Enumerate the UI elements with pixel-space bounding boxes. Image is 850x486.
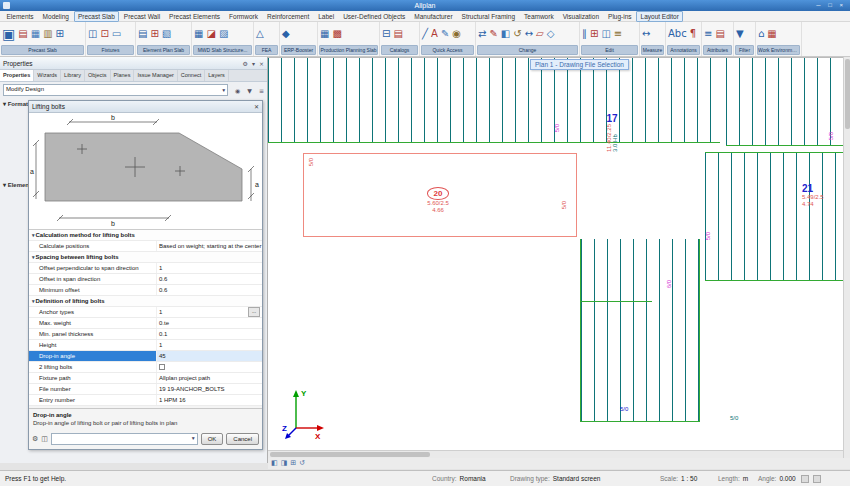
ribbon-icon[interactable]: ↔ <box>525 29 533 39</box>
property-value[interactable]: 0.1 <box>157 329 262 339</box>
property-row-drop-in-angle[interactable]: Drop-in angle45 <box>29 351 262 362</box>
status-scale[interactable]: Scale:1 : 50 <box>660 471 697 486</box>
menu-formwork[interactable]: Formwork <box>225 11 263 22</box>
ribbon-icon[interactable]: ✎ <box>489 29 497 39</box>
ribbon-icon[interactable]: ▧ <box>162 29 171 39</box>
ribbon-icon[interactable]: ▤ <box>715 29 724 39</box>
property-row-file-number[interactable]: File number19 19-ANCHOR_BOLTS <box>29 384 262 395</box>
ribbon-icon[interactable]: ⊞ <box>590 29 598 39</box>
property-row-minimum-offset[interactable]: Minimum offset0.6 <box>29 285 262 296</box>
filter-icon[interactable]: ▼ <box>247 87 252 94</box>
ribbon-icon[interactable]: ↺ <box>513 29 521 39</box>
palette-tab-connect[interactable]: Connect <box>178 70 206 81</box>
property-group-header[interactable]: ▾Calculation method for lifting bolts <box>29 230 262 241</box>
property-row-height[interactable]: Height1 <box>29 340 262 351</box>
property-value[interactable]: 45 <box>157 351 262 361</box>
gear-icon[interactable]: ⚙ <box>32 435 38 443</box>
scrollbar-thumb[interactable] <box>270 452 430 457</box>
ribbon-icon[interactable]: ✎ <box>441 29 449 39</box>
zoom-icon[interactable]: ⊞ <box>290 460 296 467</box>
browse-button[interactable]: ... <box>248 307 260 317</box>
element-section-header[interactable]: ▾ Element <box>3 181 31 188</box>
property-value[interactable]: 0.te <box>157 318 262 328</box>
palette-tab-wizards[interactable]: Wizards <box>34 70 61 81</box>
ribbon-icon[interactable]: ▱ <box>536 29 544 39</box>
gear-icon[interactable]: ⚙ <box>243 60 248 67</box>
ribbon-icon[interactable]: A <box>431 29 438 39</box>
window-controls[interactable]: ─ □ × <box>816 0 846 11</box>
property-value[interactable]: Based on weight; starting at the center … <box>157 241 262 251</box>
ribbon-icon[interactable]: ▨ <box>219 29 228 39</box>
menu-plug-ins[interactable]: Plug-ins <box>604 11 636 22</box>
view-icon[interactable]: ◨ <box>281 460 288 467</box>
ribbon-icon[interactable]: ╱ <box>422 29 428 39</box>
menu-teamwork[interactable]: Teamwork <box>520 11 559 22</box>
property-row-max-weight[interactable]: Max. weight0.te <box>29 318 262 329</box>
property-value[interactable]: 19 19-ANCHOR_BOLTS <box>157 384 262 394</box>
menu-structural-framing[interactable]: Structural Framing <box>457 11 519 22</box>
property-group-header[interactable]: ▾Definition of lifting bolts <box>29 296 262 307</box>
palette-tab-properties[interactable]: Properties <box>0 70 34 81</box>
ribbon-icon[interactable]: ▭ <box>112 29 121 39</box>
menu-precast-slab[interactable]: Precast Slab <box>74 11 120 22</box>
ribbon-icon[interactable]: ⊞ <box>150 29 158 39</box>
property-value[interactable]: 1 <box>157 263 262 273</box>
cancel-button[interactable]: Cancel <box>226 433 259 445</box>
status-length[interactable]: Length:m <box>718 471 748 486</box>
ribbon-icon[interactable]: ▤ <box>18 29 27 39</box>
palette-tab-layers[interactable]: Layers <box>205 70 229 81</box>
dialog-titlebar[interactable]: Lifting bolts ✕ <box>29 101 262 113</box>
horizontal-scrollbar[interactable] <box>268 450 843 458</box>
menu-manufacturer[interactable]: Manufacturer <box>410 11 457 22</box>
property-value[interactable]: 1... <box>157 307 262 317</box>
favorite-dropdown[interactable]: ▼ <box>51 433 198 445</box>
ribbon-icon[interactable]: ↔ <box>642 29 650 39</box>
ribbon-icon[interactable]: ∥ <box>582 29 587 39</box>
palette-tab-planes[interactable]: Planes <box>111 70 135 81</box>
ribbon-icon[interactable]: ▦ <box>194 29 203 39</box>
property-row-min-panel-thickness[interactable]: Min. panel thickness0.1 <box>29 329 262 340</box>
palette-tab-library[interactable]: Library <box>61 70 85 81</box>
menu-label[interactable]: Label <box>314 11 339 22</box>
property-value[interactable] <box>157 362 262 372</box>
menu-precast-wall[interactable]: Precast Wall <box>119 11 164 22</box>
menu-modeling[interactable]: Modeling <box>38 11 73 22</box>
ribbon-icon[interactable]: ▦ <box>320 29 329 39</box>
view-icon[interactable]: ◧ <box>271 460 278 467</box>
chevron-down-icon[interactable]: ▾ <box>252 60 255 67</box>
property-group-header[interactable]: ▾Spacing between lifting bolts <box>29 252 262 263</box>
refresh-icon[interactable]: ↺ <box>299 460 305 467</box>
ribbon-icon[interactable]: ◇ <box>547 29 555 39</box>
ribbon-icon[interactable]: ◪ <box>206 29 215 39</box>
ribbon-icon[interactable]: ◧ <box>501 29 510 39</box>
task-dropdown[interactable]: Modify Design ▼ <box>3 84 228 96</box>
menu-reinforcement[interactable]: Reinforcement <box>262 11 313 22</box>
status-icon[interactable] <box>801 475 809 483</box>
ribbon-icon[interactable]: Abc <box>668 29 687 39</box>
property-row-fixture-path[interactable]: Fixture pathAllplan project path <box>29 373 262 384</box>
ribbon-icon[interactable]: ◫ <box>601 29 610 39</box>
palette-tab-objects[interactable]: Objects <box>85 70 111 81</box>
property-row-anchor-types[interactable]: Anchor types1... <box>29 307 262 318</box>
property-value[interactable]: 1 <box>157 340 262 350</box>
property-value[interactable]: 0.6 <box>157 274 262 284</box>
ribbon-icon[interactable]: ◫ <box>88 29 97 39</box>
menu-elements[interactable]: Elements <box>2 11 38 22</box>
save-favorite-icon[interactable]: ◫ <box>41 435 48 443</box>
menu-layout-editor[interactable]: Layout Editor <box>636 11 683 22</box>
ribbon-icon[interactable]: ◆ <box>282 29 290 39</box>
menu-visualization[interactable]: Visualization <box>558 11 603 22</box>
ribbon-icon[interactable]: ▩ <box>332 29 341 39</box>
close-icon[interactable]: ✕ <box>254 103 259 110</box>
ribbon-icon[interactable]: ▦ <box>767 29 776 39</box>
ribbon-icon[interactable]: ▥ <box>43 29 52 39</box>
vertical-scrollbar[interactable] <box>843 57 850 458</box>
ok-button[interactable]: OK <box>201 433 224 445</box>
palette-tab-issue-manager[interactable]: Issue Manager <box>134 70 177 81</box>
ribbon-icon[interactable]: ▤ <box>393 29 402 39</box>
checkbox[interactable] <box>159 364 165 370</box>
drawing-canvas[interactable]: Plan 1 - Drawing File Selection 17 11.40… <box>268 57 843 451</box>
ribbon-icon[interactable]: ≡ <box>614 29 622 39</box>
ribbon-icon[interactable]: ▼ <box>736 29 744 39</box>
property-row-2-lifting-bolts[interactable]: 2 lifting bolts <box>29 362 262 373</box>
